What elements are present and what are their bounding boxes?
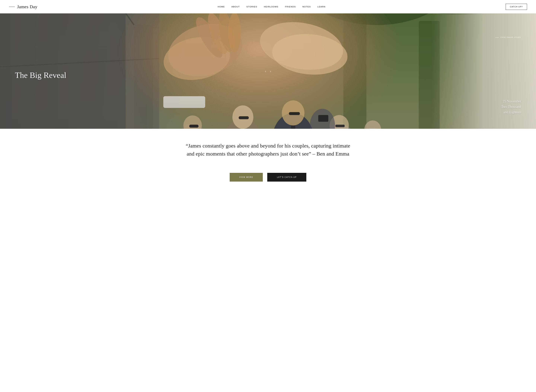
logo-dash xyxy=(9,7,15,7)
nav-friends[interactable]: FRIENDS xyxy=(285,6,296,8)
nav-home[interactable]: HOME xyxy=(218,6,225,8)
hero-date-line2: Two Thousand xyxy=(501,105,521,109)
quote-section: “James constantly goes above and beyond … xyxy=(0,129,536,196)
header-catch-up-button[interactable]: CATCH UP? xyxy=(506,4,527,10)
nav-about[interactable]: ABOUT xyxy=(231,6,240,8)
nav-learn[interactable]: LEARN xyxy=(318,6,325,8)
hero-title: The Big Reveal xyxy=(15,70,66,80)
testimonial-quote: “James constantly goes above and beyond … xyxy=(182,142,354,158)
view-story-link[interactable]: VIEW THEIR STORY xyxy=(495,37,521,38)
hero-date: 25 November Two Thousand and Eighteen xyxy=(501,99,521,115)
catch-up-button[interactable]: LET'S CATCH-UP xyxy=(267,173,306,182)
logo-text[interactable]: James Day xyxy=(17,4,38,9)
hero-section: The Big Reveal VIEW THEIR STORY ‹ › 25 N… xyxy=(0,13,536,129)
cta-buttons-area: VIEW MORE LET'S CATCH-UP xyxy=(0,169,536,196)
hero-date-line3: and Eighteen xyxy=(504,110,521,114)
nav-stories[interactable]: STORIES xyxy=(246,6,257,8)
slider-next-button[interactable]: › xyxy=(270,69,271,73)
logo[interactable]: James Day xyxy=(9,4,38,9)
hero-text-left: The Big Reveal xyxy=(15,70,66,80)
nav-heirlooms[interactable]: HEIRLOOMS xyxy=(264,6,278,8)
view-story-label[interactable]: VIEW THEIR STORY xyxy=(500,37,521,38)
slider-prev-button[interactable]: ‹ xyxy=(265,69,266,73)
main-nav: HOME ABOUT STORIES HEIRLOOMS FRIENDS NOT… xyxy=(218,6,325,8)
slider-controls: ‹ › xyxy=(265,69,271,73)
view-more-button[interactable]: VIEW MORE xyxy=(230,173,263,182)
hero-date-area: 25 November Two Thousand and Eighteen xyxy=(501,99,521,115)
nav-notes[interactable]: NOTES xyxy=(302,6,311,8)
site-header: James Day HOME ABOUT STORIES HEIRLOOMS F… xyxy=(0,0,536,13)
hero-date-line1: 25 November xyxy=(503,99,521,103)
